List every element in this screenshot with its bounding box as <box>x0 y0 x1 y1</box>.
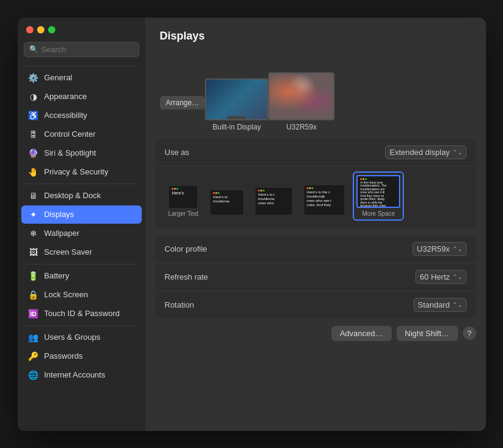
res-dot-yellow-4 <box>309 187 311 189</box>
color-profile-label: Color profile <box>165 244 207 253</box>
res-label-1: Larger Text <box>168 210 199 217</box>
res-option-3[interactable]: Here's to ttroublemaones who <box>252 184 296 221</box>
builtin-display-preview <box>206 80 267 119</box>
divider-10 <box>24 264 139 264</box>
sidebar-label-accessibility: Accessibility <box>44 111 88 120</box>
res-option-1[interactable]: Here's Larger Text <box>165 182 203 221</box>
traffic-lights <box>18 18 145 38</box>
sidebar-icon-battery: 🔋 <box>27 270 40 282</box>
sidebar-icon-lock-screen: 🔒 <box>27 289 40 301</box>
sidebar-label-internet-accounts: Internet Accounts <box>44 370 105 379</box>
use-as-panel: Use as Extended display ⌃⌄ <box>155 139 476 228</box>
resolution-options-container: Here's Larger Text <box>155 166 476 228</box>
sidebar-icon-siri-spotlight: 🔮 <box>27 147 40 159</box>
refresh-rate-value: 60 Hertz <box>420 272 449 281</box>
bottom-buttons: Advanced… Night Shift… ? <box>155 326 476 343</box>
sidebar-item-screen-saver[interactable]: 🖼 Screen Saver <box>21 243 142 261</box>
sidebar-label-touch-id: Touch ID & Password <box>44 309 120 318</box>
arrange-button[interactable]: Arrange… <box>160 96 206 109</box>
sidebar-item-passwords[interactable]: 🔑 Passwords <box>21 347 142 365</box>
res-preview-3: Here's to ttroublemaones who <box>255 188 292 215</box>
search-icon: 🔍 <box>29 45 38 53</box>
sidebar-item-touch-id[interactable]: 🆔 Touch ID & Password <box>21 305 142 323</box>
sidebar-icon-control-center: 🎛 <box>27 128 40 140</box>
res-dot-green-3 <box>263 190 265 191</box>
sidebar-icon-general: ⚙️ <box>27 72 40 84</box>
res-dot-yellow-2 <box>215 192 217 194</box>
external-display-thumb <box>268 72 335 120</box>
minimize-button[interactable] <box>37 26 44 33</box>
sidebar-item-accessibility[interactable]: ♿ Accessibility <box>21 106 142 125</box>
sidebar-label-users-groups: Users & Groups <box>44 333 100 342</box>
res-preview-4: Here's to the ctroublemakones who see tr… <box>304 185 344 215</box>
advanced-button[interactable]: Advanced… <box>331 326 392 341</box>
help-button[interactable]: ? <box>463 326 476 340</box>
sidebar-item-privacy-security[interactable]: 🤚 Privacy & Security <box>21 163 142 181</box>
search-bar[interactable]: 🔍 <box>24 42 139 57</box>
refresh-rate-row: Refresh rate 60 Hertz ⌃⌄ <box>155 263 476 291</box>
sidebar-label-screen-saver: Screen Saver <box>44 247 92 257</box>
sidebar-item-desktop-dock[interactable]: 🖥 Desktop & Dock <box>21 187 142 205</box>
close-button[interactable] <box>26 26 33 33</box>
sidebar-item-lock-screen[interactable]: 🔒 Lock Screen <box>21 286 142 304</box>
divider-6 <box>24 184 139 184</box>
sidebar-icon-internet-accounts: 🌐 <box>27 369 40 381</box>
sidebar-icon-displays: ✦ <box>27 208 40 221</box>
sidebar-item-users-groups[interactable]: 👥 Users & Groups <box>21 328 142 346</box>
sidebar-icon-accessibility: ♿ <box>27 109 40 122</box>
sidebar-item-general[interactable]: ⚙️ General <box>21 69 142 87</box>
use-as-value: Extended display <box>389 148 449 157</box>
color-profile-value: U32R59x <box>417 244 449 253</box>
res-preview-5: In the many yeartroublemakers. Thetroubl… <box>356 175 400 208</box>
maximize-button[interactable] <box>48 26 55 33</box>
sidebar-icon-appearance: ◑ <box>27 91 40 103</box>
res-dot-red-3 <box>258 190 260 191</box>
main-content-area: Displays Arrange… Built-in Display U32R5… <box>145 18 486 431</box>
refresh-rate-chevron: ⌃⌄ <box>453 274 462 280</box>
sidebar-label-lock-screen: Lock Screen <box>44 290 88 299</box>
resolution-options: Here's Larger Text <box>165 171 467 221</box>
res-option-4[interactable]: Here's to the ctroublemakones who see tr… <box>300 182 348 221</box>
refresh-rate-select[interactable]: 60 Hertz ⌃⌄ <box>415 270 466 284</box>
use-as-select[interactable]: Extended display ⌃⌄ <box>385 145 466 159</box>
main-content: Arrange… Built-in Display U32R59x <box>145 52 486 431</box>
external-display-item[interactable]: U32R59x <box>268 72 335 131</box>
res-dot-green-1 <box>176 188 178 190</box>
builtin-display-label: Built-in Display <box>213 123 261 131</box>
sidebar-icon-passwords: 🔑 <box>27 350 40 362</box>
rotation-value: Standard <box>418 300 450 309</box>
sidebar-icon-screen-saver: 🖼 <box>27 246 40 258</box>
color-profile-select[interactable]: U32R59x ⌃⌄ <box>412 242 466 256</box>
res-dot-yellow-1 <box>174 188 176 190</box>
sidebar-item-displays[interactable]: ✦ Displays <box>21 205 142 224</box>
divider-0 <box>24 66 139 66</box>
sidebar-item-appearance[interactable]: ◑ Appearance <box>21 88 142 106</box>
sidebar-item-wallpaper[interactable]: ❄ Wallpaper <box>21 224 142 243</box>
sidebar-label-passwords: Passwords <box>44 351 83 360</box>
sidebar-label-privacy-security: Privacy & Security <box>44 167 108 176</box>
builtin-display-item[interactable]: Built-in Display <box>205 78 268 131</box>
display-settings-panel: Color profile U32R59x ⌃⌄ Refresh rate 60… <box>155 235 476 319</box>
res-dot-red-1 <box>172 188 173 190</box>
sidebar-label-desktop-dock: Desktop & Dock <box>44 191 101 200</box>
sidebar-label-battery: Battery <box>44 271 69 280</box>
sidebar-label-general: General <box>44 73 72 82</box>
sidebar-icon-privacy-security: 🤚 <box>27 166 40 178</box>
res-option-5[interactable]: In the many yeartroublemakers. Thetroubl… <box>353 171 404 221</box>
divider-13 <box>24 325 139 326</box>
color-profile-chevron: ⌃⌄ <box>453 246 462 252</box>
sidebar-item-control-center[interactable]: 🎛 Control Center <box>21 125 142 143</box>
rotation-select[interactable]: Standard ⌃⌄ <box>414 298 467 312</box>
res-dot-yellow-3 <box>260 190 262 191</box>
sidebar-item-siri-spotlight[interactable]: 🔮 Siri & Spotlight <box>21 144 142 162</box>
rotation-label: Rotation <box>165 300 194 309</box>
display-thumbnails: Arrange… Built-in Display U32R59x <box>155 52 476 131</box>
night-shift-button[interactable]: Night Shift… <box>397 326 458 341</box>
sidebar-item-internet-accounts[interactable]: 🌐 Internet Accounts <box>21 366 142 384</box>
search-input[interactable] <box>41 45 134 54</box>
res-dot-red-5 <box>360 178 362 180</box>
res-option-2[interactable]: Here's totroublema <box>207 187 247 221</box>
res-text-1: Here's <box>170 190 196 196</box>
sidebar-icon-desktop-dock: 🖥 <box>27 190 40 202</box>
sidebar-item-battery[interactable]: 🔋 Battery <box>21 267 142 285</box>
